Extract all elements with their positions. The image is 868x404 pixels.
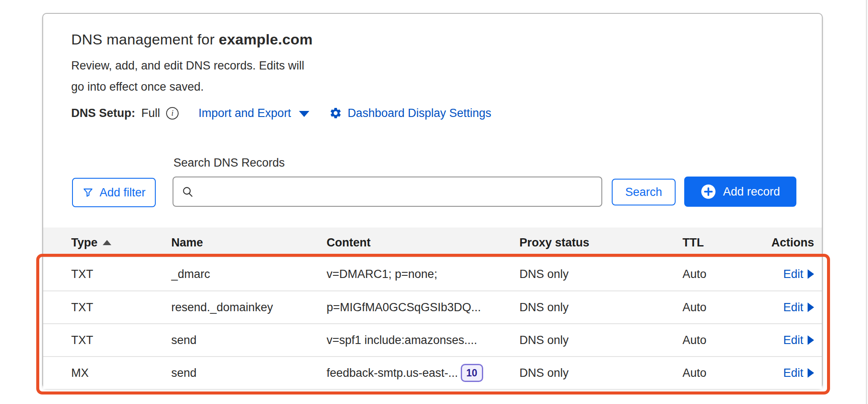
cell-actions: Edit [765,334,814,347]
cell-content-text: p=MIGfMA0GCSqGSIb3DQ... [327,301,481,314]
table-row: TXT send v=spf1 include:amazonses.... DN… [43,323,822,356]
cell-proxy-status: DNS only [519,334,682,347]
column-header-type[interactable]: Type [71,236,171,249]
page-subtitle: Review, add, and edit DNS records. Edits… [71,55,304,98]
chevron-right-icon [808,303,814,312]
table-row: TXT _dmarc v=DMARC1; p=none; DNS only Au… [43,258,822,290]
edit-link[interactable]: Edit [783,301,814,314]
cell-type: TXT [71,268,171,281]
info-icon[interactable]: i [166,107,179,120]
add-record-label: Add record [723,185,780,199]
cell-proxy-status: DNS only [519,301,682,314]
dashboard-display-settings-link[interactable]: Dashboard Display Settings [329,107,491,120]
chevron-right-icon [808,368,814,378]
cell-ttl: Auto [682,268,765,281]
cell-name: resend._domainkey [171,301,327,314]
column-header-actions: Actions [765,236,814,249]
search-box[interactable] [173,177,602,207]
cell-actions: Edit [765,268,814,281]
subtitle-line-1: Review, add, and edit DNS records. Edits… [71,59,304,72]
edit-label: Edit [783,366,803,380]
dns-setup-label: DNS Setup: [71,107,135,120]
edit-label: Edit [783,334,803,347]
cell-proxy-status: DNS only [519,366,682,380]
table-row: TXT resend._domainkey p=MIGfMA0GCSqGSIb3… [43,290,822,323]
dns-setup-row: DNS Setup: Full i Import and Export Dash… [71,104,491,122]
table-row: MX send feedback-smtp.us-east-... 10 DNS… [43,356,822,389]
column-header-proxy-status: Proxy status [519,236,682,249]
cell-content-text: v=DMARC1; p=none; [327,268,437,281]
cell-ttl: Auto [682,301,765,314]
cell-ttl: Auto [682,334,765,347]
page-title-prefix: DNS management for [71,31,214,47]
search-input[interactable] [200,185,594,199]
column-header-name: Name [171,236,327,249]
cell-actions: Edit [765,301,814,314]
cell-content: p=MIGfMA0GCSqGSIb3DQ... [327,301,519,314]
dns-setup-value: Full [142,107,160,120]
cell-content: feedback-smtp.us-east-... 10 [327,364,519,382]
import-export-label: Import and Export [198,107,291,120]
edit-link[interactable]: Edit [783,366,814,380]
chevron-down-icon [299,111,309,117]
domain-name: example.com [219,31,313,47]
chevron-right-icon [808,269,814,279]
column-header-type-label: Type [71,236,97,249]
cell-content: v=spf1 include:amazonses.... [327,334,519,347]
column-header-ttl: TTL [682,236,765,249]
edit-label: Edit [783,301,803,314]
cell-name: send [171,334,327,347]
cell-actions: Edit [765,366,814,380]
cell-type: TXT [71,301,171,314]
gear-icon [329,107,342,120]
cell-content-text: feedback-smtp.us-east-... [327,366,458,380]
cell-name: _dmarc [171,268,327,281]
dashboard-display-settings-label: Dashboard Display Settings [348,107,491,120]
cell-proxy-status: DNS only [519,268,682,281]
cell-ttl: Auto [682,366,765,380]
cell-content: v=DMARC1; p=none; [327,268,519,281]
add-filter-button[interactable]: Add filter [72,178,156,207]
cell-name: send [171,366,327,380]
subtitle-line-2: go into effect once saved. [71,80,204,93]
filter-icon [82,187,94,198]
priority-badge: 10 [461,364,483,382]
dns-management-card: DNS management for example.com Review, a… [42,13,823,388]
column-header-content: Content [327,236,519,249]
add-filter-label: Add filter [100,186,146,199]
cell-content-text: v=spf1 include:amazonses.... [327,334,477,347]
window-edge [866,0,867,404]
edit-link[interactable]: Edit [783,334,814,347]
search-label: Search DNS Records [173,156,285,170]
cell-type: TXT [71,334,171,347]
edit-label: Edit [783,268,803,281]
sort-asc-icon [103,240,111,245]
cell-type: MX [71,366,171,380]
chevron-right-icon [808,335,814,345]
add-record-button[interactable]: Add record [684,177,796,207]
table-body: TXT _dmarc v=DMARC1; p=none; DNS only Au… [43,258,822,389]
search-icon [181,185,194,198]
table-header: Type Name Content Proxy status TTL Actio… [43,227,822,258]
page-title: DNS management for example.com [71,31,313,48]
search-button[interactable]: Search [612,179,676,205]
import-export-link[interactable]: Import and Export [198,107,309,120]
plus-icon [701,184,716,199]
edit-link[interactable]: Edit [783,268,814,281]
